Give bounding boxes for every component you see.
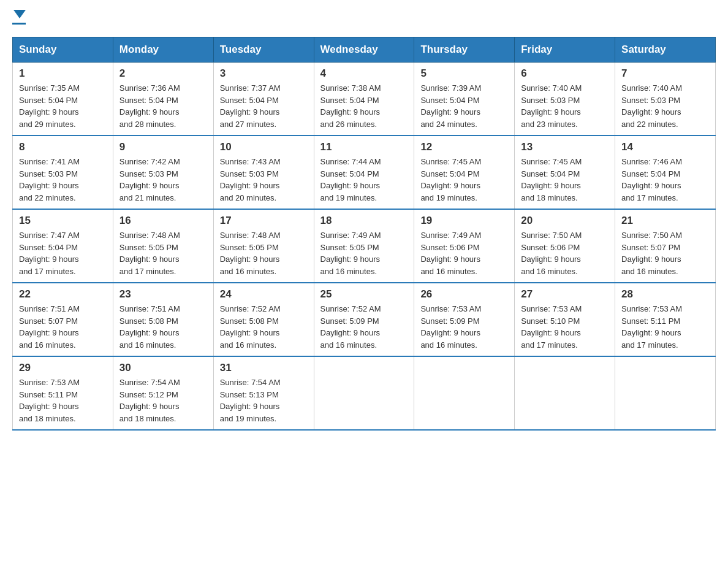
calendar-cell [515,356,615,430]
calendar-cell [314,356,414,430]
day-number: 24 [220,288,308,301]
calendar-week-row: 1 Sunrise: 7:35 AM Sunset: 5:04 PM Dayli… [13,63,716,136]
calendar-cell: 28 Sunrise: 7:53 AM Sunset: 5:11 PM Dayl… [615,283,716,356]
calendar-cell: 20 Sunrise: 7:50 AM Sunset: 5:06 PM Dayl… [515,209,615,283]
day-info: Sunrise: 7:39 AM Sunset: 5:04 PM Dayligh… [420,82,508,130]
day-info: Sunrise: 7:49 AM Sunset: 5:06 PM Dayligh… [420,229,508,277]
day-info: Sunrise: 7:44 AM Sunset: 5:04 PM Dayligh… [320,156,408,204]
header-friday: Friday [515,37,615,63]
calendar-cell: 8 Sunrise: 7:41 AM Sunset: 5:03 PM Dayli… [13,136,113,209]
calendar-week-row: 22 Sunrise: 7:51 AM Sunset: 5:07 PM Dayl… [13,283,716,356]
day-info: Sunrise: 7:52 AM Sunset: 5:08 PM Dayligh… [220,303,308,351]
day-info: Sunrise: 7:47 AM Sunset: 5:04 PM Dayligh… [19,229,107,277]
day-number: 18 [320,215,408,227]
calendar-cell: 23 Sunrise: 7:51 AM Sunset: 5:08 PM Dayl… [113,283,213,356]
day-number: 31 [220,362,308,374]
day-info: Sunrise: 7:49 AM Sunset: 5:05 PM Dayligh… [320,229,408,277]
day-number: 27 [521,288,609,301]
day-number: 15 [19,215,107,227]
calendar-cell: 12 Sunrise: 7:45 AM Sunset: 5:04 PM Dayl… [414,136,515,209]
calendar-cell: 11 Sunrise: 7:44 AM Sunset: 5:04 PM Dayl… [314,136,414,209]
calendar-week-row: 8 Sunrise: 7:41 AM Sunset: 5:03 PM Dayli… [13,136,716,209]
calendar-cell: 5 Sunrise: 7:39 AM Sunset: 5:04 PM Dayli… [414,63,515,136]
day-info: Sunrise: 7:48 AM Sunset: 5:05 PM Dayligh… [119,229,207,277]
day-number: 29 [19,362,107,374]
day-info: Sunrise: 7:37 AM Sunset: 5:04 PM Dayligh… [220,82,308,130]
day-info: Sunrise: 7:36 AM Sunset: 5:04 PM Dayligh… [119,82,207,130]
day-number: 9 [119,141,207,153]
day-info: Sunrise: 7:53 AM Sunset: 5:11 PM Dayligh… [19,377,107,424]
calendar-cell: 30 Sunrise: 7:54 AM Sunset: 5:12 PM Dayl… [113,356,213,430]
logo-underline [12,23,26,25]
calendar-cell: 13 Sunrise: 7:45 AM Sunset: 5:04 PM Dayl… [515,136,615,209]
day-info: Sunrise: 7:41 AM Sunset: 5:03 PM Dayligh… [19,156,107,204]
day-info: Sunrise: 7:54 AM Sunset: 5:13 PM Dayligh… [220,377,308,424]
calendar-cell: 4 Sunrise: 7:38 AM Sunset: 5:04 PM Dayli… [314,63,414,136]
calendar-cell: 2 Sunrise: 7:36 AM Sunset: 5:04 PM Dayli… [113,63,213,136]
day-info: Sunrise: 7:53 AM Sunset: 5:10 PM Dayligh… [521,303,609,351]
calendar-cell: 24 Sunrise: 7:52 AM Sunset: 5:08 PM Dayl… [213,283,314,356]
header-monday: Monday [113,37,213,63]
day-info: Sunrise: 7:35 AM Sunset: 5:04 PM Dayligh… [19,82,107,130]
day-number: 13 [521,141,609,153]
day-info: Sunrise: 7:42 AM Sunset: 5:03 PM Dayligh… [119,156,207,204]
day-number: 5 [420,67,508,80]
day-info: Sunrise: 7:54 AM Sunset: 5:12 PM Dayligh… [119,377,207,424]
day-info: Sunrise: 7:52 AM Sunset: 5:09 PM Dayligh… [320,303,408,351]
day-info: Sunrise: 7:51 AM Sunset: 5:07 PM Dayligh… [19,303,107,351]
day-number: 4 [320,67,408,80]
day-info: Sunrise: 7:40 AM Sunset: 5:03 PM Dayligh… [521,82,609,130]
logo [12,12,26,25]
calendar-cell [615,356,716,430]
calendar-cell: 1 Sunrise: 7:35 AM Sunset: 5:04 PM Dayli… [13,63,113,136]
calendar-cell: 17 Sunrise: 7:48 AM Sunset: 5:05 PM Dayl… [213,209,314,283]
page-header [12,12,716,25]
calendar-cell: 26 Sunrise: 7:53 AM Sunset: 5:09 PM Dayl… [414,283,515,356]
calendar-cell: 14 Sunrise: 7:46 AM Sunset: 5:04 PM Dayl… [615,136,716,209]
logo-triangle-icon [13,10,26,18]
day-number: 8 [19,141,107,153]
day-info: Sunrise: 7:46 AM Sunset: 5:04 PM Dayligh… [621,156,709,204]
calendar-cell: 9 Sunrise: 7:42 AM Sunset: 5:03 PM Dayli… [113,136,213,209]
calendar-cell: 3 Sunrise: 7:37 AM Sunset: 5:04 PM Dayli… [213,63,314,136]
day-number: 1 [19,67,107,80]
day-info: Sunrise: 7:43 AM Sunset: 5:03 PM Dayligh… [220,156,308,204]
day-number: 19 [420,215,508,227]
calendar-cell: 31 Sunrise: 7:54 AM Sunset: 5:13 PM Dayl… [213,356,314,430]
header-tuesday: Tuesday [213,37,314,63]
day-number: 23 [119,288,207,301]
calendar-cell: 21 Sunrise: 7:50 AM Sunset: 5:07 PM Dayl… [615,209,716,283]
day-info: Sunrise: 7:50 AM Sunset: 5:07 PM Dayligh… [621,229,709,277]
day-number: 6 [521,67,609,80]
calendar-header-row: SundayMondayTuesdayWednesdayThursdayFrid… [13,37,716,63]
day-number: 30 [119,362,207,374]
header-wednesday: Wednesday [314,37,414,63]
day-info: Sunrise: 7:38 AM Sunset: 5:04 PM Dayligh… [320,82,408,130]
calendar-week-row: 15 Sunrise: 7:47 AM Sunset: 5:04 PM Dayl… [13,209,716,283]
calendar-week-row: 29 Sunrise: 7:53 AM Sunset: 5:11 PM Dayl… [13,356,716,430]
day-info: Sunrise: 7:45 AM Sunset: 5:04 PM Dayligh… [521,156,609,204]
calendar-cell: 10 Sunrise: 7:43 AM Sunset: 5:03 PM Dayl… [213,136,314,209]
day-info: Sunrise: 7:51 AM Sunset: 5:08 PM Dayligh… [119,303,207,351]
day-number: 16 [119,215,207,227]
calendar-cell: 18 Sunrise: 7:49 AM Sunset: 5:05 PM Dayl… [314,209,414,283]
day-number: 2 [119,67,207,80]
day-number: 26 [420,288,508,301]
calendar-cell: 16 Sunrise: 7:48 AM Sunset: 5:05 PM Dayl… [113,209,213,283]
day-number: 7 [621,67,709,80]
day-number: 14 [621,141,709,153]
day-info: Sunrise: 7:53 AM Sunset: 5:09 PM Dayligh… [420,303,508,351]
day-number: 12 [420,141,508,153]
calendar-cell: 15 Sunrise: 7:47 AM Sunset: 5:04 PM Dayl… [13,209,113,283]
calendar-table: SundayMondayTuesdayWednesdayThursdayFrid… [12,37,716,431]
day-info: Sunrise: 7:53 AM Sunset: 5:11 PM Dayligh… [621,303,709,351]
header-sunday: Sunday [13,37,113,63]
day-number: 10 [220,141,308,153]
header-thursday: Thursday [414,37,515,63]
day-number: 20 [521,215,609,227]
day-number: 28 [621,288,709,301]
day-number: 11 [320,141,408,153]
calendar-cell: 6 Sunrise: 7:40 AM Sunset: 5:03 PM Dayli… [515,63,615,136]
day-number: 22 [19,288,107,301]
day-info: Sunrise: 7:48 AM Sunset: 5:05 PM Dayligh… [220,229,308,277]
